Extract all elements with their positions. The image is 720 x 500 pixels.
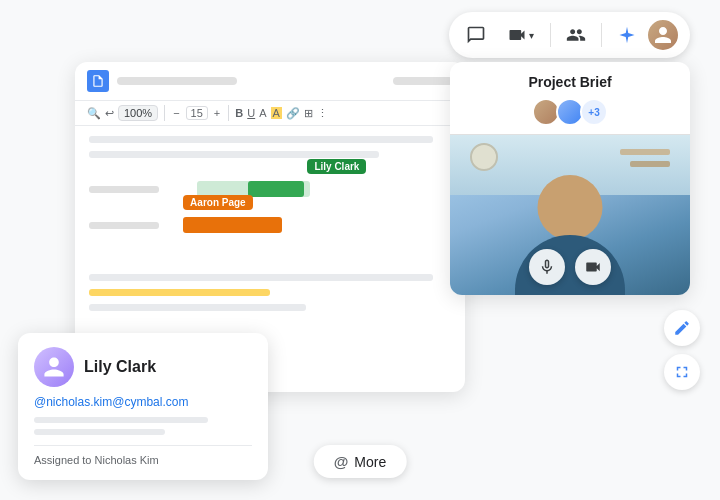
shelf-2	[630, 161, 670, 167]
content-line-yellow	[89, 289, 270, 296]
gantt-bar-orange	[183, 217, 282, 233]
brief-title: Project Brief	[450, 62, 690, 98]
gantt-track-2: Aaron Page	[169, 217, 451, 233]
camera-button[interactable]	[575, 249, 611, 285]
person-face	[538, 175, 603, 240]
toolbar-sep-2	[228, 105, 229, 121]
zoom-level[interactable]: 100%	[118, 105, 158, 121]
people-button[interactable]	[559, 18, 593, 52]
content-line-3	[89, 304, 306, 311]
divider-2	[601, 23, 602, 47]
brief-participants: +3	[450, 98, 690, 134]
more-button[interactable]: @ More	[314, 445, 407, 478]
link-icon[interactable]: 🔗	[286, 107, 300, 120]
chat-button[interactable]	[459, 18, 493, 52]
meet-toolbar: ▾	[449, 12, 690, 58]
plus-icon[interactable]: +	[212, 107, 222, 119]
toolbar-sep	[164, 105, 165, 121]
more-icon[interactable]: ⋮	[317, 107, 328, 120]
contact-info-stub-2	[34, 429, 165, 435]
font-color-icon[interactable]: A	[259, 107, 266, 119]
at-icon: @	[334, 453, 349, 470]
docs-icon	[87, 70, 109, 92]
docs-toolbar: 🔍 ↩ 100% − 15 + B U A A 🔗 ⊞ ⋮	[75, 101, 465, 126]
more-content	[75, 268, 465, 325]
sparkle-button[interactable]	[610, 18, 644, 52]
shelf	[620, 149, 670, 155]
docs-header	[75, 62, 465, 101]
gantt-label-stub-2	[89, 222, 159, 229]
contact-card: Lily Clark @nicholas.kim@cymbal.com Assi…	[18, 333, 268, 480]
brief-video	[450, 135, 690, 295]
contact-info-stub-1	[34, 417, 208, 423]
video-button[interactable]: ▾	[499, 21, 542, 49]
docs-title-stub	[117, 77, 237, 85]
font-size[interactable]: 15	[186, 106, 208, 120]
docs-content-area	[75, 126, 465, 176]
gantt-bar-green	[248, 181, 304, 197]
contact-avatar	[34, 347, 74, 387]
content-line	[89, 136, 433, 143]
expand-button[interactable]	[664, 354, 700, 390]
docs-subtitle-stub	[393, 77, 453, 85]
content-line-2	[89, 274, 433, 281]
participant-count: +3	[580, 98, 608, 126]
chevron-down-icon: ▾	[529, 30, 534, 41]
side-actions	[664, 310, 700, 390]
divider	[550, 23, 551, 47]
gantt-row-aaron: Aaron Page	[89, 216, 451, 234]
contact-header: Lily Clark	[34, 347, 252, 387]
more-label: More	[354, 454, 386, 470]
clock	[470, 143, 498, 171]
video-controls	[529, 249, 611, 285]
gantt-row-lily: Lily Clark	[89, 180, 451, 198]
contact-info-lines	[34, 417, 252, 435]
user-avatar[interactable]	[646, 18, 680, 52]
contact-name: Lily Clark	[84, 358, 156, 376]
search-icon[interactable]: 🔍	[87, 107, 101, 120]
edit-button[interactable]	[664, 310, 700, 346]
contact-email: @nicholas.kim@cymbal.com	[34, 395, 252, 409]
underline-icon[interactable]: U	[247, 107, 255, 119]
brief-panel: Project Brief +3	[450, 62, 690, 295]
insert-icon[interactable]: ⊞	[304, 107, 313, 120]
content-line	[89, 151, 379, 158]
mic-button[interactable]	[529, 249, 565, 285]
highlight-icon[interactable]: A	[271, 107, 282, 119]
gantt-area: Lily Clark Aaron Page	[75, 176, 465, 248]
minus-icon[interactable]: −	[171, 107, 181, 119]
aaron-page-tag: Aaron Page	[183, 195, 253, 210]
undo-icon[interactable]: ↩	[105, 107, 114, 120]
lily-clark-tag: Lily Clark	[307, 159, 366, 174]
gantt-label-stub	[89, 186, 159, 193]
contact-assigned-to: Assigned to Nicholas Kim	[34, 445, 252, 466]
bold-icon[interactable]: B	[235, 107, 243, 119]
